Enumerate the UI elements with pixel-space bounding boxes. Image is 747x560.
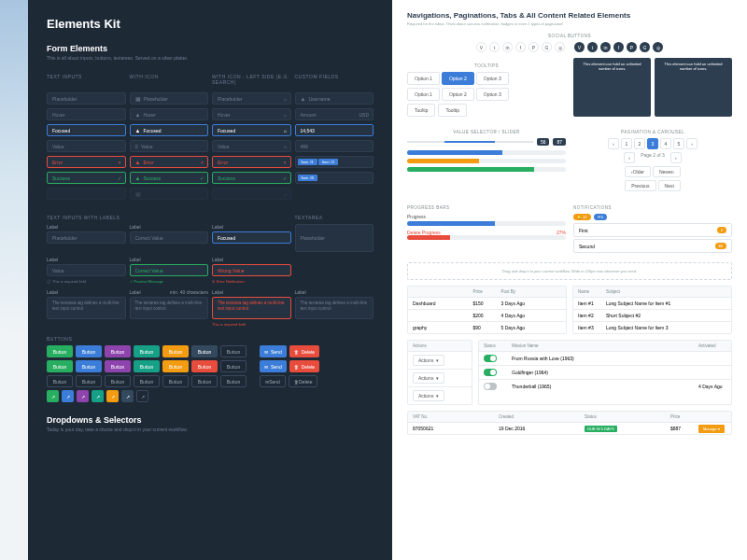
input-icon-focused[interactable]: ▲Focused (130, 124, 209, 136)
button-cyan[interactable]: Button (134, 345, 160, 357)
manage-button[interactable]: Manage ▾ (698, 425, 725, 433)
notification-item[interactable]: Second89 (573, 239, 732, 253)
labeled-input[interactable]: Placeholder (47, 231, 126, 244)
input-amount[interactable]: AmountUSD (295, 108, 374, 120)
button-green[interactable]: Button (47, 360, 73, 372)
table-row[interactable]: 87050621 19 Dec 2016 DUE IN 5 DAYS $887 … (408, 423, 731, 434)
next-button[interactable]: Next (658, 180, 681, 191)
textarea[interactable]: The textarea tag defines a multi-line te… (295, 297, 374, 319)
tab-option-3[interactable]: Option 3 (476, 72, 509, 85)
toggle-switch[interactable] (484, 369, 497, 376)
button-green[interactable]: Button (47, 345, 73, 357)
input-icon-error[interactable]: ▲Error× (130, 156, 209, 168)
twitter-icon[interactable]: t (587, 42, 598, 52)
tab-option-1[interactable]: Option 1 (407, 72, 440, 85)
icon-button[interactable]: ↗ (92, 390, 104, 402)
toggle-switch[interactable] (484, 355, 497, 362)
tab-option-3[interactable]: Option 3 (476, 88, 509, 101)
button-outline[interactable]: Button (105, 375, 131, 387)
page-1[interactable]: 1 (621, 138, 632, 149)
labeled-input-focused[interactable]: Focused (212, 231, 291, 244)
page-2[interactable]: 2 (634, 138, 645, 149)
button-blue[interactable]: Button (76, 345, 102, 357)
google-plus-icon[interactable]: G (542, 42, 552, 52)
input-search-value[interactable]: Value⌕ (212, 140, 291, 152)
page-5[interactable]: 5 (673, 138, 684, 149)
button-outline[interactable]: Button (134, 375, 160, 387)
dropzone[interactable]: Drag and drop it to your current workflo… (407, 262, 732, 280)
textarea-placeholder[interactable]: Placeholder (295, 224, 374, 252)
button-orange[interactable]: Button (162, 345, 189, 357)
linkedin-icon[interactable]: in (502, 42, 513, 52)
actions-select[interactable]: Actions ▾ (413, 372, 444, 384)
delete-button[interactable]: 🗑Delete (289, 345, 319, 357)
tag[interactable]: Item #2 (318, 159, 338, 165)
tab-option-2[interactable]: Option 2 (442, 88, 474, 101)
table-row[interactable]: Dashboard$1503 Days Ago (408, 298, 566, 310)
pinterest-icon[interactable]: P (627, 42, 637, 52)
icon-button[interactable]: ↗ (47, 390, 59, 402)
input-icon-placeholder[interactable]: ▦Placeholder (130, 92, 209, 105)
button-outline[interactable]: Button (220, 375, 247, 387)
input-icon-hover[interactable]: ▲Hover (130, 108, 209, 120)
textarea[interactable]: The textarea tag defines a multi-line te… (47, 297, 126, 319)
table-row[interactable]: Goldfinger (1964) (479, 366, 731, 380)
input-icon-value[interactable]: ≡Value (130, 140, 209, 152)
table-row[interactable]: Item #1Long Subject Name for Item #1 (573, 298, 731, 310)
tag[interactable]: Item #1 (298, 159, 317, 165)
icon-button[interactable]: ↗ (106, 390, 119, 402)
page-next[interactable]: › (686, 138, 698, 149)
table-row[interactable]: Item #2Short Subject #2 (573, 310, 731, 322)
input-search-success[interactable]: Success✓ (212, 172, 291, 184)
input-number-1[interactable]: 14,543 (295, 124, 374, 136)
tab-option-1[interactable]: Option 1 (407, 88, 440, 101)
page-next[interactable]: › (670, 152, 682, 163)
table-row[interactable]: From Russia with Love (1963) (479, 352, 731, 366)
tooltip-button[interactable]: Tooltip (407, 104, 435, 117)
facebook-icon[interactable]: f (613, 42, 624, 52)
input-icon-success[interactable]: ▲Success✓ (130, 172, 209, 184)
input-tags-1[interactable]: Item #1Item #2 (295, 156, 374, 168)
table-row[interactable]: $2004 Days Ago (408, 310, 566, 322)
button-outline[interactable]: Button (191, 375, 218, 387)
page-prev[interactable]: ‹ (624, 152, 635, 163)
actions-select[interactable]: Actions ▾ (413, 390, 444, 401)
tooltip-button[interactable]: Tooltip (438, 104, 466, 117)
button-cyan[interactable]: Button (134, 360, 160, 372)
button-outline[interactable]: Button (220, 345, 247, 357)
linkedin-icon[interactable]: in (600, 42, 611, 52)
twitter-icon[interactable]: t (489, 42, 500, 52)
button-outline[interactable]: Button (220, 360, 247, 372)
delete-button-outline[interactable]: 🗑 Delete (289, 375, 317, 387)
google-plus-icon[interactable]: G (640, 42, 650, 52)
input-error[interactable]: Error× (47, 156, 126, 168)
newer-button[interactable]: Newer › (653, 166, 681, 177)
input-value[interactable]: Value (47, 140, 126, 152)
tab-option-2[interactable]: Option 2 (442, 72, 474, 85)
table-row[interactable]: graphy$905 Days Ago (408, 322, 566, 333)
close-icon[interactable]: × (201, 160, 204, 165)
table-row[interactable]: Thunderball (1965)4 Days Ago (479, 380, 731, 393)
facebook-icon[interactable]: f (515, 42, 526, 52)
input-focused[interactable]: Focused (47, 124, 126, 136)
page-prev[interactable]: ‹ (608, 138, 619, 149)
icon-button[interactable]: ↗ (136, 390, 148, 402)
icon-button[interactable]: ↗ (121, 390, 134, 402)
page-4[interactable]: 4 (660, 138, 671, 149)
input-hover[interactable]: Hover (47, 108, 126, 120)
vimeo-icon[interactable]: V (574, 42, 585, 52)
actions-select[interactable]: Actions ▾ (413, 355, 444, 366)
labeled-input-success[interactable]: Correct Value (130, 264, 209, 276)
button-outline[interactable]: Button (47, 375, 73, 387)
input-success[interactable]: Success✓ (47, 172, 126, 184)
button-orange[interactable]: Button (162, 360, 189, 372)
instagram-icon[interactable]: ◎ (653, 42, 663, 52)
delete-button[interactable]: 🗑Delete (289, 360, 319, 372)
close-icon[interactable]: × (284, 160, 287, 165)
page-3[interactable]: 3 (647, 138, 658, 149)
previous-button[interactable]: Previous (625, 180, 655, 191)
input-placeholder[interactable]: Placeholder (47, 92, 126, 105)
table-row[interactable]: Item #3Long Subject Name for Item 3 (573, 322, 731, 333)
instagram-icon[interactable]: ◎ (555, 42, 565, 52)
icon-button[interactable]: ↗ (62, 390, 74, 402)
